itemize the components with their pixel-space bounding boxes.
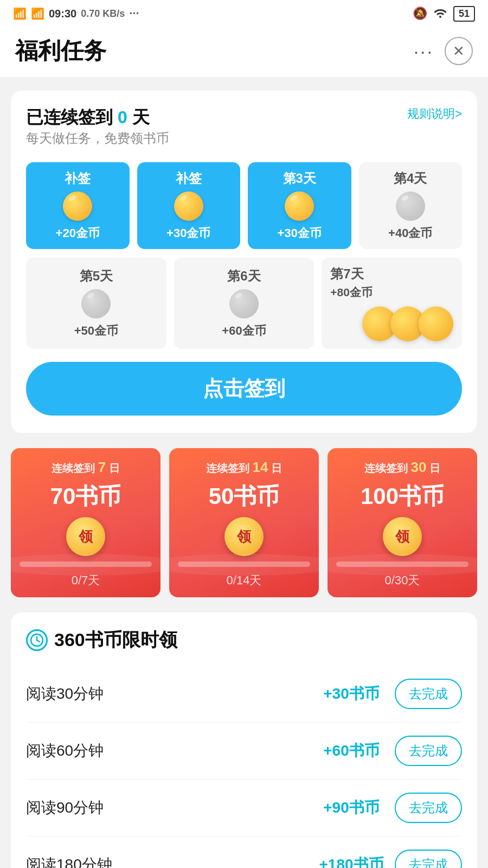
signin-card: 已连续签到 0 天 每天做任务，免费领书币 规则说明> 补签 +20金币 补签 … (11, 91, 477, 433)
coin-icon-4 (396, 192, 425, 221)
status-signals: 📶 📶 09:30 0.70 KB/s ··· (13, 7, 139, 21)
signin-subtitle: 每天做任务，免费领书币 (26, 130, 169, 147)
streak-amount-14: 50书币 (209, 481, 280, 512)
streak-amount-30: 100书币 (361, 481, 444, 512)
streak-card-30: 连续签到 30 日 100书币 领 0/30天 (328, 448, 477, 597)
page-title: 福利任务 (15, 36, 106, 66)
status-bar: 📶 📶 09:30 0.70 KB/s ··· 🔕 51 (0, 0, 488, 27)
coin-icon-3 (285, 192, 314, 221)
signin-header: 已连续签到 0 天 每天做任务，免费领书币 规则说明> (26, 106, 462, 159)
progress-bar-14 (178, 561, 310, 567)
progress-text-7: 0/7天 (72, 572, 100, 589)
coin-icon-5 (81, 289, 111, 318)
bell-icon: 🔕 (413, 7, 427, 21)
status-icons: 🔕 51 (413, 6, 475, 22)
task-row-180min: 阅读180分钟 +180书币 去完成 (26, 837, 462, 868)
collect-button-7[interactable]: 领 (66, 517, 105, 556)
streak-amount-7: 70书币 (50, 481, 121, 512)
collect-button-30[interactable]: 领 (383, 517, 422, 556)
progress-bar-7 (20, 561, 152, 567)
status-speed: 0.70 KB/s (81, 8, 125, 20)
day-cell-1[interactable]: 补签 +20金币 (26, 162, 130, 249)
streak-days-label-7: 连续签到 7 日 (52, 459, 120, 476)
collect-button-14[interactable]: 领 (224, 517, 264, 556)
task-row-30min: 阅读30分钟 +30书币 去完成 (26, 666, 462, 723)
streak-card-7: 连续签到 7 日 70书币 领 0/7天 (11, 448, 160, 597)
day-cell-4: 第4天 +40金币 (359, 162, 463, 249)
coin-icon-2 (174, 192, 203, 221)
day-grid-row2: 第5天 +50金币 第6天 +60金币 第7天 +80金币 (26, 258, 462, 349)
progress-text-30: 0/30天 (385, 572, 420, 589)
clock-icon (26, 629, 48, 651)
limited-task-card: 360书币限时领 阅读30分钟 +30书币 去完成 阅读60分钟 +60书币 去… (11, 612, 477, 868)
day-cell-2[interactable]: 补签 +30金币 (137, 162, 241, 249)
progress-text-14: 0/14天 (227, 572, 262, 589)
task-row-60min: 阅读60分钟 +60书币 去完成 (26, 723, 462, 780)
header-actions: ··· ✕ (414, 37, 473, 65)
signin-title: 已连续签到 0 天 (26, 106, 169, 130)
streak-days-label-30: 连续签到 30 日 (364, 459, 440, 476)
battery-icon: 51 (453, 6, 475, 22)
signin-button[interactable]: 点击签到 (26, 362, 462, 416)
day-cell-7: 第7天 +80金币 (322, 258, 462, 349)
progress-bar-30 (336, 561, 468, 567)
status-time: 09:30 (49, 8, 76, 20)
task-btn-180min[interactable]: 去完成 (395, 850, 462, 868)
close-button[interactable]: ✕ (445, 37, 473, 65)
status-dots: ··· (129, 7, 139, 21)
coin-icon-6 (229, 289, 259, 318)
main-content: 已连续签到 0 天 每天做任务，免费领书币 规则说明> 补签 +20金币 补签 … (0, 78, 488, 868)
more-options-button[interactable]: ··· (414, 41, 434, 62)
signal-icon-1: 📶 (13, 7, 27, 20)
signal-icon-2: 📶 (31, 7, 44, 20)
task-row-90min: 阅读90分钟 +90书币 去完成 (26, 780, 462, 837)
svg-line-2 (37, 640, 40, 642)
coin-big-3 (419, 307, 453, 341)
task-btn-60min[interactable]: 去完成 (395, 736, 462, 766)
page-header: 福利任务 ··· ✕ (0, 27, 488, 78)
streak-card-14: 连续签到 14 日 50书币 领 0/14天 (169, 448, 319, 597)
limited-section-title: 360书币限时领 (26, 628, 462, 653)
task-btn-90min[interactable]: 去完成 (395, 793, 462, 823)
day-cell-3[interactable]: 第3天 +30金币 (248, 162, 351, 249)
coin-icon-1 (63, 192, 92, 221)
streak-section: 连续签到 7 日 70书币 领 0/7天 连续签到 14 日 50书币 领 0/… (11, 448, 477, 597)
day-grid-row1: 补签 +20金币 补签 +30金币 第3天 +30金币 第4天 +40金币 (26, 162, 462, 249)
day-cell-6: 第6天 +60金币 (174, 258, 314, 349)
task-btn-30min[interactable]: 去完成 (395, 679, 462, 709)
rules-link[interactable]: 规则说明> (407, 106, 462, 122)
streak-days-label-14: 连续签到 14 日 (206, 459, 282, 476)
day-cell-5: 第5天 +50金币 (26, 258, 166, 349)
wifi-icon (433, 6, 448, 21)
